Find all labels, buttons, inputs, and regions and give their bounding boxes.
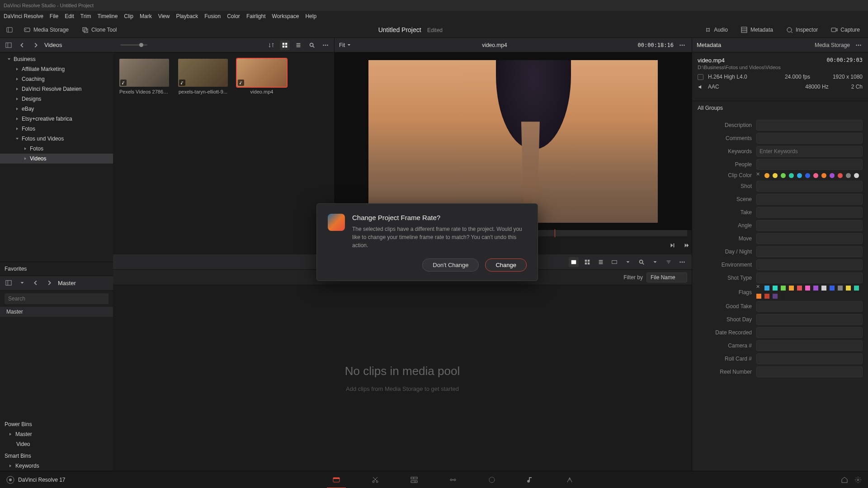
clip-thumbnail[interactable]: Pexels Videos 2786S...	[119, 59, 169, 94]
nav-forward-icon[interactable]	[44, 278, 54, 288]
color-swatch[interactable]	[764, 173, 769, 178]
meta-field-input[interactable]	[756, 194, 863, 205]
meta-field-input[interactable]	[756, 259, 863, 270]
color-swatch[interactable]	[805, 173, 810, 178]
flag-swatch[interactable]	[838, 286, 843, 291]
gear-icon[interactable]	[854, 476, 862, 483]
color-swatch[interactable]	[846, 173, 851, 178]
panel-layout-icon[interactable]	[4, 40, 14, 50]
bin-dropdown-icon[interactable]	[17, 278, 27, 288]
tab-cut[interactable]	[369, 474, 381, 486]
flag-swatch[interactable]	[773, 294, 778, 299]
flag-swatch[interactable]	[813, 286, 818, 291]
color-none-swatch[interactable]	[756, 173, 761, 178]
flag-swatch[interactable]	[764, 294, 769, 299]
flag-swatch[interactable]	[846, 286, 851, 291]
menu-help[interactable]: Help	[305, 13, 316, 19]
more-icon[interactable]	[321, 40, 330, 50]
panel-layout-icon[interactable]	[4, 278, 14, 288]
meta-field-input[interactable]	[756, 233, 863, 244]
pool-thumb-view-icon[interactable]	[569, 257, 579, 267]
video-track-checkbox[interactable]	[698, 74, 703, 80]
meta-field-input[interactable]	[756, 272, 863, 283]
flag-swatch[interactable]	[781, 286, 786, 291]
flag-swatch[interactable]	[756, 294, 761, 299]
tree-item[interactable]: Business	[0, 54, 113, 64]
pool-sort-icon[interactable]	[664, 257, 674, 267]
color-swatch[interactable]	[854, 173, 859, 178]
tab-fusion[interactable]	[447, 474, 459, 486]
meta-field-input[interactable]	[756, 146, 863, 157]
search-icon[interactable]	[307, 40, 317, 50]
thumb-size-slider[interactable]	[120, 44, 147, 46]
nav-forward-icon[interactable]	[31, 40, 41, 50]
meta-field-input[interactable]	[756, 301, 863, 312]
grid-view-icon[interactable]	[280, 40, 290, 50]
metadata-more-icon[interactable]	[854, 40, 863, 50]
tab-edit[interactable]	[408, 474, 420, 486]
bin-master[interactable]: Master	[0, 307, 113, 317]
flag-swatch[interactable]	[854, 286, 859, 291]
next-clip-icon[interactable]	[667, 240, 677, 250]
menu-playback[interactable]: Playback	[176, 13, 198, 19]
meta-field-input[interactable]	[756, 207, 863, 218]
tree-item[interactable]: Affiliate Marketing	[0, 64, 113, 74]
tree-item[interactable]: Fotos	[0, 144, 113, 154]
meta-field-input[interactable]	[756, 120, 863, 131]
meta-field-input[interactable]	[756, 246, 863, 257]
tree-item[interactable]: Fotos	[0, 124, 113, 134]
meta-field-input[interactable]	[756, 353, 863, 364]
viewer-more-icon[interactable]	[677, 40, 687, 50]
menu-edit[interactable]: Edit	[65, 13, 74, 19]
metadata-panel-button[interactable]: Metadata	[737, 24, 777, 35]
meta-field-input[interactable]	[756, 220, 863, 231]
menu-clip[interactable]: Clip	[124, 13, 133, 19]
meta-field-input[interactable]	[756, 314, 863, 325]
pool-search-icon[interactable]	[637, 257, 646, 267]
tree-item[interactable]: Coaching	[0, 74, 113, 84]
menu-color[interactable]: Color	[227, 13, 240, 19]
meta-field-input[interactable]	[756, 366, 863, 377]
chevron-down-icon[interactable]	[623, 257, 633, 267]
bins-search-input[interactable]	[5, 293, 108, 304]
meta-field-input[interactable]	[756, 159, 863, 170]
tab-color[interactable]	[486, 474, 498, 486]
list-view-icon[interactable]	[293, 40, 303, 50]
color-swatch[interactable]	[797, 173, 802, 178]
chevron-down-icon[interactable]	[650, 257, 660, 267]
smart-bin-keywords[interactable]: Keywords	[0, 461, 113, 471]
meta-field-input[interactable]	[756, 133, 863, 144]
home-icon[interactable]	[841, 476, 848, 483]
color-swatch[interactable]	[830, 173, 835, 178]
flag-swatch[interactable]	[805, 286, 810, 291]
clone-tool-button[interactable]: Clone Tool	[78, 24, 120, 35]
sort-icon[interactable]	[266, 40, 276, 50]
color-swatch[interactable]	[773, 173, 778, 178]
audio-panel-button[interactable]: Audio	[700, 24, 731, 35]
media-storage-button[interactable]: Media Storage	[20, 24, 72, 35]
menu-file[interactable]: File	[50, 13, 58, 19]
menu-workspace[interactable]: Workspace	[272, 13, 299, 19]
nav-back-icon[interactable]	[31, 278, 41, 288]
pool-list-view-icon[interactable]	[596, 257, 606, 267]
flag-swatch[interactable]	[797, 286, 802, 291]
menu-fusion[interactable]: Fusion	[204, 13, 221, 19]
goto-end-icon[interactable]	[682, 240, 692, 250]
menu-mark[interactable]: Mark	[140, 13, 152, 19]
tab-deliver[interactable]	[564, 474, 576, 486]
pool-more-icon[interactable]	[677, 257, 687, 267]
pool-aspect-icon[interactable]	[609, 257, 619, 267]
dont-change-button[interactable]: Don't Change	[422, 258, 479, 272]
flag-swatch[interactable]	[781, 294, 786, 299]
color-swatch[interactable]	[789, 173, 794, 178]
flag-swatch[interactable]	[789, 286, 794, 291]
power-bin-master[interactable]: Master	[0, 429, 113, 439]
tab-media[interactable]	[330, 474, 342, 486]
flag-swatch[interactable]	[773, 286, 778, 291]
flag-swatch[interactable]	[821, 286, 826, 291]
flag-none-swatch[interactable]	[756, 286, 761, 291]
color-swatch[interactable]	[821, 173, 826, 178]
flag-swatch[interactable]	[830, 286, 835, 291]
flag-swatch[interactable]	[764, 286, 769, 291]
color-swatch[interactable]	[838, 173, 843, 178]
